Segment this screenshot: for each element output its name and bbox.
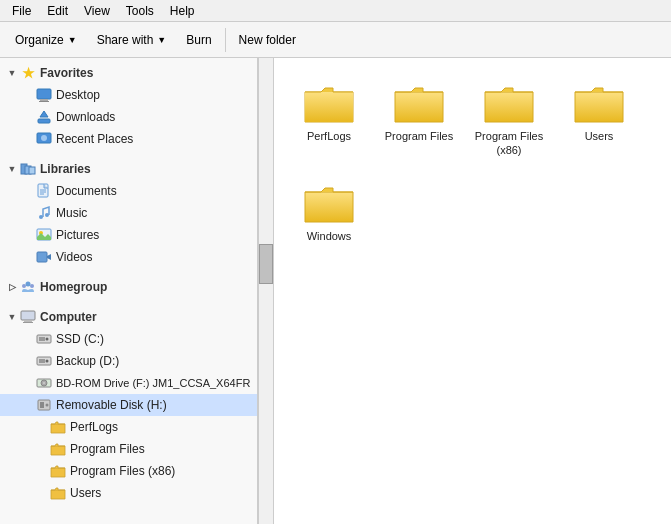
sidebar-item-pictures[interactable]: Pictures [0, 224, 257, 246]
bdrom-icon [36, 375, 52, 391]
sidebar-item-programfilesx86[interactable]: Program Files (x86) [0, 460, 257, 482]
homegroup-expand: ▷ [6, 281, 18, 293]
svg-rect-30 [39, 359, 45, 363]
new-folder-label: New folder [239, 33, 296, 47]
libraries-header[interactable]: ▼ Libraries [0, 158, 257, 180]
removable-icon [36, 397, 52, 413]
users-label: Users [70, 486, 101, 500]
sidebar-item-documents[interactable]: Documents [0, 180, 257, 202]
videos-icon [36, 249, 52, 265]
sidebar-item-desktop[interactable]: Desktop [0, 84, 257, 106]
svg-rect-27 [39, 337, 45, 341]
computer-section: ▼ Computer SSD (C:) Backup (D:) [0, 302, 257, 508]
sidebar-item-videos[interactable]: Videos [0, 246, 257, 268]
svg-rect-23 [21, 311, 35, 320]
perflogs-folder-icon [50, 419, 66, 435]
content-area[interactable]: PerfLogs Program Files [274, 58, 671, 524]
documents-label: Documents [56, 184, 117, 198]
downloads-icon [36, 109, 52, 125]
sidebar-item-music[interactable]: Music [0, 202, 257, 224]
libraries-expand: ▼ [6, 163, 18, 175]
sidebar-item-ssd[interactable]: SSD (C:) [0, 328, 257, 350]
sidebar-item-recent[interactable]: Recent Places [0, 128, 257, 150]
share-arrow: ▼ [157, 35, 166, 45]
ssd-icon [36, 331, 52, 347]
new-folder-button[interactable]: New folder [230, 26, 305, 54]
users-folder-icon [50, 485, 66, 501]
organize-label: Organize [15, 33, 64, 47]
perflogs-folder-label: PerfLogs [307, 129, 351, 143]
favorites-icon: ★ [20, 65, 36, 81]
documents-icon [36, 183, 52, 199]
svg-rect-9 [29, 167, 35, 174]
programfilesx86-folder-icon [50, 463, 66, 479]
programfiles-label: Program Files [70, 442, 145, 456]
sidebar-item-downloads[interactable]: Downloads [0, 106, 257, 128]
svg-point-37 [46, 404, 49, 407]
programfiles-folder-label: Program Files [385, 129, 453, 143]
content-grid: PerfLogs Program Files [284, 68, 661, 253]
svg-rect-1 [40, 99, 48, 101]
menu-edit[interactable]: Edit [39, 2, 76, 20]
windows-folder-icon-large [303, 178, 355, 226]
recent-label: Recent Places [56, 132, 133, 146]
svg-rect-24 [24, 320, 32, 322]
folder-users[interactable]: Users [559, 73, 639, 163]
scrollbar-thumb[interactable] [259, 244, 273, 284]
homegroup-label: Homegroup [40, 280, 107, 294]
libraries-label: Libraries [40, 162, 91, 176]
homegroup-header[interactable]: ▷ Homegroup [0, 276, 257, 298]
svg-point-28 [46, 338, 49, 341]
sidebar-item-programfiles[interactable]: Program Files [0, 438, 257, 460]
favorites-header[interactable]: ▼ ★ Favorites [0, 62, 257, 84]
computer-label: Computer [40, 310, 97, 324]
toolbar: Organize ▼ Share with ▼ Burn New folder [0, 22, 671, 58]
desktop-icon [36, 87, 52, 103]
toolbar-divider [225, 28, 226, 52]
svg-point-20 [22, 284, 26, 288]
sidebar-item-perflogs[interactable]: PerfLogs [0, 416, 257, 438]
windows-folder-label: Windows [307, 229, 352, 243]
sidebar-item-removable[interactable]: Removable Disk (H:) [0, 394, 257, 416]
favorites-label: Favorites [40, 66, 93, 80]
favorites-expand: ▼ [6, 67, 18, 79]
menu-file[interactable]: File [4, 2, 39, 20]
homegroup-section: ▷ Homegroup [0, 272, 257, 302]
svg-rect-3 [38, 119, 50, 123]
folder-programfiles[interactable]: Program Files [379, 73, 459, 163]
burn-button[interactable]: Burn [177, 26, 220, 54]
share-label: Share with [97, 33, 154, 47]
favorites-section: ▼ ★ Favorites Desktop Downloads [0, 58, 257, 154]
sidebar[interactable]: ▼ ★ Favorites Desktop Downloads [0, 58, 258, 524]
svg-rect-36 [40, 402, 44, 408]
svg-rect-2 [39, 101, 49, 102]
sidebar-item-users[interactable]: Users [0, 482, 257, 504]
folder-perflogs[interactable]: PerfLogs [289, 73, 369, 163]
menu-help[interactable]: Help [162, 2, 203, 20]
menu-view[interactable]: View [76, 2, 118, 20]
svg-point-34 [43, 382, 45, 384]
computer-header[interactable]: ▼ Computer [0, 306, 257, 328]
users-folder-icon-large [573, 78, 625, 126]
svg-marker-19 [47, 254, 51, 260]
perflogs-folder-icon-large [303, 78, 355, 126]
svg-point-21 [30, 284, 34, 288]
removable-label: Removable Disk (H:) [56, 398, 167, 412]
folder-windows[interactable]: Windows [289, 173, 369, 248]
sidebar-scrollbar[interactable] [258, 58, 274, 524]
programfiles-folder-icon-large [393, 78, 445, 126]
svg-point-6 [41, 135, 47, 141]
menu-tools[interactable]: Tools [118, 2, 162, 20]
downloads-label: Downloads [56, 110, 115, 124]
svg-point-22 [26, 282, 31, 287]
sidebar-item-backup[interactable]: Backup (D:) [0, 350, 257, 372]
svg-rect-18 [37, 252, 47, 262]
sidebar-item-bdrom[interactable]: BD-ROM Drive (F:) JM1_CCSA_X64FR [0, 372, 257, 394]
pictures-label: Pictures [56, 228, 99, 242]
programfilesx86-folder-icon-large [483, 78, 535, 126]
svg-point-31 [46, 360, 49, 363]
organize-button[interactable]: Organize ▼ [6, 26, 86, 54]
share-with-button[interactable]: Share with ▼ [88, 26, 176, 54]
svg-marker-4 [40, 111, 48, 117]
folder-programfilesx86[interactable]: Program Files (x86) [469, 73, 549, 163]
